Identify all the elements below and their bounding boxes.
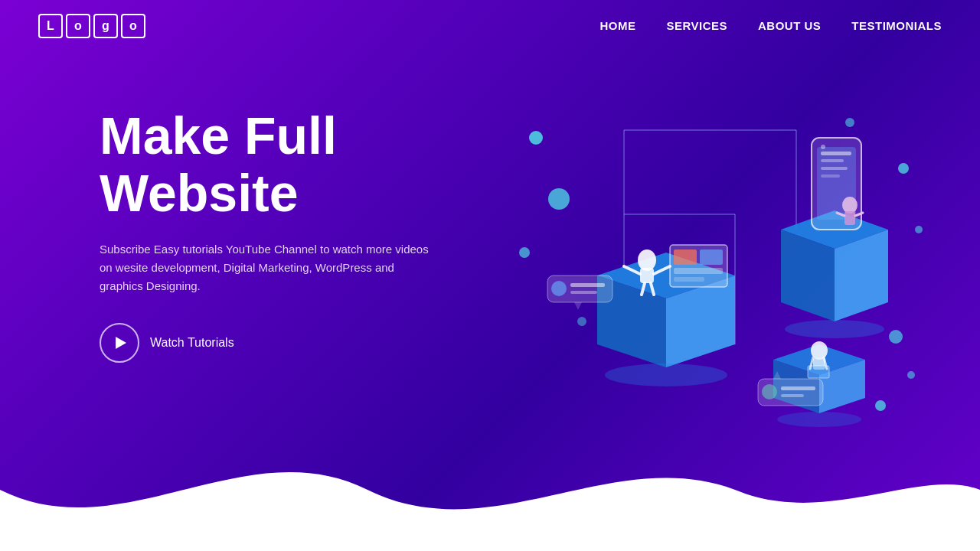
svg-rect-28: [674, 268, 723, 274]
watch-tutorials-label: Watch Tutorials: [150, 336, 234, 350]
svg-rect-42: [844, 211, 855, 225]
nav-link-testimonials[interactable]: TESTIMONIALS: [851, 19, 942, 32]
svg-point-41: [842, 197, 858, 214]
watch-tutorials-button[interactable]: Watch Tutorials: [100, 323, 234, 363]
nav-item-home[interactable]: HOME: [599, 19, 635, 33]
svg-point-5: [889, 330, 903, 344]
illustration-svg: [505, 77, 934, 444]
svg-point-1: [548, 188, 570, 210]
svg-point-9: [845, 118, 854, 127]
svg-rect-26: [674, 249, 697, 265]
wave-divider: [0, 429, 980, 551]
svg-point-3: [898, 163, 909, 174]
svg-rect-36: [821, 152, 851, 155]
svg-point-8: [577, 317, 586, 326]
svg-rect-27: [700, 249, 723, 265]
hero-content: Make Full Website Subscribe Easy tutoria…: [100, 107, 528, 363]
logo: L o g o: [38, 14, 145, 38]
svg-rect-39: [821, 174, 840, 178]
svg-point-33: [785, 320, 884, 338]
nav-link-services[interactable]: SERVICES: [666, 19, 727, 32]
logo-letter-o2: o: [121, 14, 145, 38]
svg-point-55: [551, 281, 567, 296]
svg-point-60: [762, 384, 777, 399]
hero-subtitle: Subscribe Easy tutorials YouTube Channel…: [100, 240, 436, 295]
hero-illustration: [505, 77, 934, 444]
nav-item-services[interactable]: SERVICES: [666, 19, 727, 33]
svg-rect-57: [570, 291, 597, 294]
svg-point-4: [915, 226, 923, 233]
hero-title: Make Full Website: [100, 107, 528, 222]
svg-rect-37: [821, 159, 844, 162]
svg-rect-29: [674, 277, 704, 282]
svg-point-18: [605, 364, 727, 386]
svg-point-40: [821, 145, 825, 149]
svg-point-0: [529, 131, 543, 145]
play-circle-icon: [100, 323, 139, 363]
logo-letter-l: L: [38, 14, 63, 38]
hero-section: L o g o HOME SERVICES ABOUT US TESTIMONI…: [0, 0, 980, 551]
nav-links: HOME SERVICES ABOUT US TESTIMONIALS: [599, 19, 942, 33]
nav-link-about[interactable]: ABOUT US: [758, 19, 821, 32]
svg-point-7: [875, 400, 886, 411]
svg-rect-62: [781, 394, 804, 397]
play-triangle-icon: [116, 337, 126, 349]
svg-rect-20: [640, 268, 654, 283]
svg-rect-38: [821, 167, 848, 170]
nav-link-home[interactable]: HOME: [599, 19, 635, 32]
nav-item-about[interactable]: ABOUT US: [758, 19, 821, 33]
svg-point-19: [638, 249, 656, 271]
nav-item-testimonials[interactable]: TESTIMONIALS: [851, 19, 942, 33]
logo-letter-o1: o: [66, 14, 90, 38]
svg-rect-56: [570, 283, 605, 287]
svg-marker-58: [574, 302, 582, 310]
svg-point-6: [907, 371, 915, 379]
svg-point-48: [777, 412, 861, 427]
svg-rect-61: [781, 386, 815, 390]
logo-letter-g: g: [93, 14, 118, 38]
navbar: L o g o HOME SERVICES ABOUT US TESTIMONI…: [0, 0, 980, 52]
